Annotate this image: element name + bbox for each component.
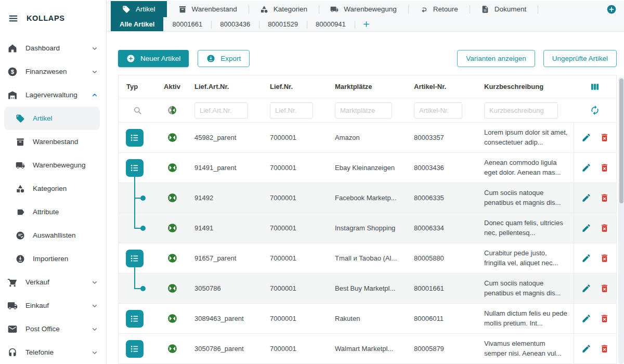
vertical-scrollbar[interactable]: [618, 77, 624, 364]
delete-button[interactable]: [600, 314, 609, 323]
marktplaetze-cell: Tmall и Taobao (Al...: [329, 254, 408, 262]
list-icon: [129, 162, 140, 174]
new-article-button[interactable]: Neuer Artikel: [118, 50, 189, 67]
edit-button[interactable]: [581, 133, 591, 142]
tab-kategorien[interactable]: Kategorien: [249, 1, 319, 17]
subtab-alle-artikel[interactable]: Alle Artikel: [111, 17, 163, 31]
filter-aktiv-cell: [156, 105, 188, 115]
box-icon: [16, 137, 25, 147]
edit-button[interactable]: [581, 344, 591, 354]
subtab-80003436[interactable]: 80003436: [211, 17, 259, 31]
article-type-button[interactable]: [126, 250, 144, 267]
edit-button[interactable]: [581, 253, 591, 263]
active-filter-toggle-icon[interactable]: [167, 105, 177, 115]
actions-cell: [574, 153, 616, 183]
sidebar-item-dashboard[interactable]: Dashboard: [0, 36, 106, 60]
delete-button[interactable]: [600, 344, 609, 354]
edit-button[interactable]: [581, 223, 591, 233]
delete-button[interactable]: [600, 223, 609, 233]
type-cell: [119, 243, 156, 273]
column-header-aktiv: Aktiv: [156, 83, 188, 90]
tab-artikel[interactable]: Artikel: [111, 1, 167, 17]
columns-icon[interactable]: [590, 82, 600, 92]
tree-connector-dot: [140, 286, 146, 291]
mail-icon: [7, 324, 18, 334]
edit-button[interactable]: [581, 163, 591, 173]
table-row: 3050786_parent 7000001 Walmart Marketpl.…: [119, 334, 616, 364]
filter-cell-lief-art-nr: [188, 102, 264, 119]
filter-input-lief-art-nr[interactable]: [194, 102, 248, 119]
delete-trash-icon: [600, 163, 609, 173]
filter-input-kurzbeschreibung[interactable]: [484, 102, 558, 119]
edit-button[interactable]: [581, 314, 591, 323]
delete-button[interactable]: [600, 253, 609, 263]
export-button[interactable]: Export: [198, 50, 250, 67]
filter-input-lief-nr[interactable]: [270, 102, 313, 119]
delete-button[interactable]: [600, 163, 609, 173]
svg-text:$: $: [11, 68, 14, 74]
delete-button[interactable]: [600, 193, 609, 203]
sidebar-item-kategorien[interactable]: Kategorien: [0, 177, 106, 200]
delete-button[interactable]: [600, 283, 609, 293]
tab-retoure[interactable]: Retoure: [408, 1, 470, 17]
sidebar-item-verkauf[interactable]: Verkauf: [0, 270, 106, 294]
active-status-icon[interactable]: [167, 162, 178, 173]
active-cell: [156, 343, 188, 354]
kurzbeschreibung-cell: Lorem ipsum dolor sit amet, consectetuer…: [478, 128, 574, 148]
sidebar-item-telefonie[interactable]: Telefonie: [0, 341, 106, 364]
chevron-down-icon: [90, 302, 99, 310]
artikel-nr-cell: 80005879: [408, 345, 478, 353]
sidebar-item-importieren[interactable]: Importieren: [0, 247, 106, 270]
sidebar-item-artikel[interactable]: Artikel: [4, 107, 100, 130]
article-type-button[interactable]: [126, 310, 144, 328]
article-type-button[interactable]: [126, 340, 144, 358]
menu-icon[interactable]: [8, 13, 19, 24]
refresh-icon[interactable]: [590, 105, 600, 115]
sidebar-item-warenbewegung[interactable]: Warenbewegung: [0, 153, 106, 177]
tree-connector-vertical: [134, 274, 135, 289]
active-status-icon[interactable]: [167, 223, 178, 233]
scrollbar-thumb[interactable]: [619, 79, 623, 203]
chevron-down-icon: [90, 325, 99, 333]
tab-warenbewegung[interactable]: Warenbewegung: [319, 1, 408, 17]
article-type-button[interactable]: [126, 129, 144, 147]
actions-cell: [574, 334, 616, 363]
sidebar-item-warenbestand[interactable]: Warenbestand: [0, 130, 106, 153]
add-subtab-button[interactable]: [355, 17, 378, 31]
dollar-icon: $: [7, 67, 18, 77]
edit-button[interactable]: [581, 193, 591, 203]
active-status-icon[interactable]: [167, 253, 178, 264]
sidebar-item-finanzwesen[interactable]: $ Finanzwesen: [0, 60, 106, 83]
sidebar-item-auswahllisten[interactable]: Auswahllisten: [0, 224, 106, 247]
tag-icon: [16, 114, 25, 123]
unchecked-articles-label: Ungeprüfte Artikel: [552, 55, 608, 62]
unchecked-articles-button[interactable]: Ungeprüfte Artikel: [543, 50, 617, 67]
tab-warenbestand[interactable]: Warenbestand: [167, 1, 249, 17]
active-status-icon[interactable]: [167, 343, 178, 354]
app-window: KOLLAPS Dashboard $ Finanzwesen Lagerver…: [0, 0, 624, 364]
sidebar-item-post-office[interactable]: Post Office: [0, 317, 106, 341]
active-status-icon[interactable]: [167, 192, 178, 203]
sidebar-item-einkauf[interactable]: Einkauf: [0, 294, 106, 317]
active-status-icon[interactable]: [167, 132, 178, 143]
add-tab-button[interactable]: [606, 4, 617, 15]
sidebar-item-lagerverwaltung[interactable]: Lagerverwaltung: [0, 83, 106, 107]
truck-icon: [16, 161, 25, 170]
active-cell: [156, 253, 188, 264]
subtab-80000941[interactable]: 80000941: [307, 17, 355, 31]
active-status-icon[interactable]: [167, 313, 178, 324]
filter-input-marktpl-tze[interactable]: [335, 102, 392, 119]
active-status-icon[interactable]: [167, 283, 178, 294]
filter-input-artikel-nr[interactable]: [414, 102, 462, 119]
brand-logo: KOLLAPS: [27, 14, 64, 22]
subtab-80001661[interactable]: 80001661: [163, 17, 211, 31]
shapes-icon: [16, 184, 25, 193]
sidebar-item-attribute[interactable]: Attribute: [0, 200, 106, 224]
edit-button[interactable]: [581, 283, 591, 293]
article-type-button[interactable]: [126, 159, 144, 177]
subtab-80001529[interactable]: 80001529: [259, 17, 307, 31]
delete-button[interactable]: [600, 133, 609, 142]
column-header-kurzbeschreibung: Kurzbeschreibung: [478, 83, 574, 90]
show-variants-button[interactable]: Varianten anzeigen: [457, 50, 535, 67]
tab-dokument[interactable]: Dokument: [470, 1, 538, 17]
